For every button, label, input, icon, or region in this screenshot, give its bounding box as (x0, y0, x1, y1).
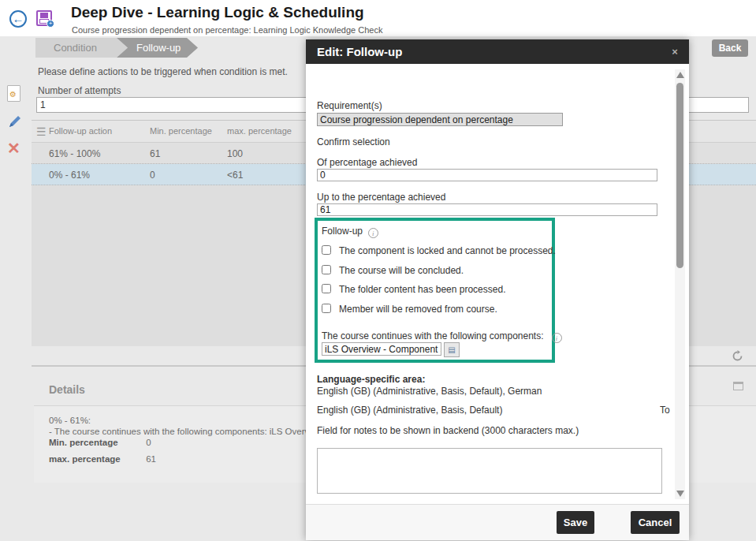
column-header-max: max. percentage (227, 126, 292, 136)
details-title: Details (49, 383, 85, 396)
folder-checkbox-label[interactable]: The folder content has been processed. (339, 284, 505, 295)
continues-component-input[interactable] (322, 342, 441, 356)
gear-icon: ⚙ (9, 90, 17, 99)
language-english-row: English (GB) (Administrative, Basis, Def… (317, 405, 502, 416)
cell-action: 61% - 100% (49, 148, 100, 159)
details-min-label: Min. percentage (49, 438, 143, 447)
cell-action: 0% - 61% (49, 170, 90, 181)
followup-highlight-box: Follow-up i The component is locked and … (315, 218, 555, 363)
confirm-selection-link[interactable]: Confirm selection (317, 136, 390, 147)
column-header-min: Min. percentage (150, 126, 212, 136)
refresh-icon[interactable] (732, 350, 743, 362)
edit-followup-dialog: Edit: Follow-up × Requirement(s) Confirm… (306, 39, 689, 540)
details-min-row: Min. percentage 0 (49, 438, 151, 447)
save-icon-plate (40, 13, 48, 18)
folder-checkbox[interactable] (322, 284, 331, 293)
continues-label-text: The course continues with the following … (322, 330, 544, 341)
dialog-footer: Save Cancel (306, 504, 689, 540)
column-header-action: Follow-up action (49, 126, 112, 136)
locked-checkbox-label[interactable]: The component is locked and cannot be pr… (339, 245, 556, 256)
of-percentage-input[interactable] (317, 169, 657, 181)
up-to-percentage-input[interactable] (317, 203, 657, 216)
details-range-line: 0% - 61%: (49, 416, 91, 425)
document-settings-icon[interactable]: ⚙ (7, 85, 20, 102)
details-min-value: 0 (146, 438, 151, 447)
close-icon[interactable]: × (667, 39, 683, 64)
scroll-down-icon[interactable] (676, 491, 684, 497)
app-header: ← + Deep Dive - Learning Logic & Schedul… (0, 0, 756, 36)
component-picker-icon[interactable]: ▤ (444, 342, 460, 357)
locked-checkbox[interactable] (322, 245, 331, 255)
page-subtitle: Course progression dependent on percenta… (72, 25, 382, 35)
concluded-checkbox[interactable] (322, 265, 331, 274)
save-icon-badge: + (47, 20, 54, 28)
save-button[interactable]: Save (557, 511, 594, 534)
scroll-up-icon[interactable] (676, 72, 684, 78)
details-action-line: - The course continues with the followin… (49, 427, 316, 436)
language-area-value: English (GB) (Administrative, Basis, Def… (317, 386, 542, 397)
window-expand-icon[interactable] (733, 382, 743, 390)
tab-followup[interactable]: Follow-up (117, 38, 198, 58)
removed-checkbox[interactable] (322, 304, 331, 313)
cancel-button[interactable]: Cancel (631, 511, 680, 534)
vertical-scroll-thumb[interactable] (676, 83, 683, 268)
tab-condition[interactable]: Condition (35, 38, 128, 58)
attempts-label: Number of attempts (38, 85, 121, 96)
delete-x-icon[interactable]: ✕ (7, 140, 24, 158)
instruction-text: Please define actions to be triggered wh… (38, 66, 288, 77)
table-menu-icon[interactable]: ☰ (36, 125, 47, 138)
back-navigation-icon[interactable]: ← (9, 10, 27, 28)
vertical-scrollbar[interactable] (675, 69, 685, 499)
info-icon[interactable]: i (368, 228, 378, 238)
edit-pencil-icon[interactable] (7, 114, 24, 131)
info-icon[interactable]: i (552, 333, 562, 343)
language-area-label: Language-specific area: (317, 374, 425, 385)
content-area: ⚙ ✕ Back Condition Follow-up Please defi… (0, 36, 756, 541)
requirements-field[interactable] (317, 113, 563, 126)
notes-textarea[interactable] (317, 448, 662, 494)
notes-label: Field for notes to be shown in backend (… (317, 425, 579, 436)
cell-min: 0 (150, 170, 155, 181)
page-title: Deep Dive - Learning Logic & Scheduling (71, 4, 364, 21)
dialog-body: Requirement(s) Confirm selection Of perc… (306, 64, 689, 504)
up-to-percentage-label: Up to the percentage achieved (317, 192, 445, 203)
details-max-row: max. percentage 61 (49, 454, 156, 464)
cell-max: <61 (227, 170, 243, 181)
save-icon[interactable]: + (36, 10, 52, 26)
of-percentage-label: Of percentage achieved (317, 157, 417, 168)
language-english-right-clipped: To (660, 405, 672, 416)
dialog-title-bar[interactable]: Edit: Follow-up × (306, 39, 689, 64)
removed-checkbox-label[interactable]: Member will be removed from course. (339, 304, 497, 315)
followup-label-text: Follow-up (322, 226, 363, 237)
back-button[interactable]: Back (712, 39, 748, 57)
continues-label: The course continues with the following … (322, 330, 562, 343)
left-toolbar: ⚙ ✕ (0, 73, 32, 541)
dialog-title: Edit: Follow-up (317, 45, 402, 58)
cell-min: 61 (150, 148, 160, 159)
details-max-label: max. percentage (49, 454, 143, 464)
cell-max: 100 (227, 148, 243, 159)
concluded-checkbox-label[interactable]: The course will be concluded. (339, 265, 464, 276)
followup-section-label: Follow-up i (322, 226, 378, 238)
requirements-label: Requirement(s) (317, 100, 382, 111)
details-max-value: 61 (146, 454, 156, 464)
